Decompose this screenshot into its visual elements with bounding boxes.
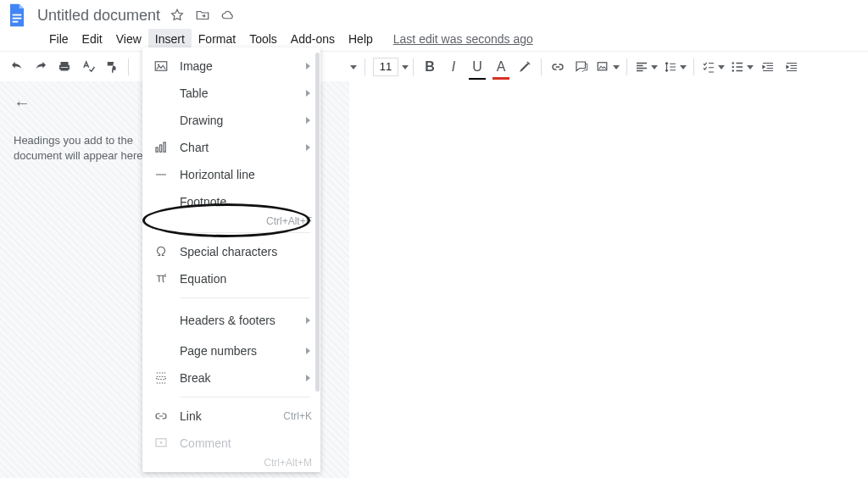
- insert-comment-button[interactable]: [571, 57, 592, 77]
- menu-separator: [180, 232, 310, 233]
- menu-item-image[interactable]: Image: [142, 53, 320, 80]
- svg-rect-0: [13, 14, 22, 16]
- break-icon: [153, 370, 170, 386]
- svg-rect-3: [598, 63, 607, 70]
- menu-item-comment: Comment: [142, 430, 320, 457]
- workspace: ← Headings you add to the document will …: [0, 81, 868, 478]
- back-arrow-icon[interactable]: ←: [14, 93, 158, 113]
- toolbar-separator: [413, 58, 414, 75]
- menu-item-label: Footnote: [180, 195, 226, 208]
- redo-button[interactable]: [31, 57, 51, 77]
- menu-format[interactable]: Format: [192, 29, 242, 49]
- footnote-icon: [153, 193, 170, 210]
- dropdown-scrollbar[interactable]: [315, 53, 320, 472]
- toolbar-separator: [626, 58, 627, 75]
- paint-format-button[interactable]: [102, 57, 122, 77]
- font-size-control[interactable]: 11: [370, 58, 409, 76]
- svg-point-6: [732, 69, 734, 71]
- menu-item-headers-footers[interactable]: Headers & footers: [142, 303, 320, 337]
- submenu-arrow-icon: [306, 90, 310, 97]
- shortcut-label: Ctrl+Alt+F: [266, 215, 312, 227]
- submenu-arrow-icon: [306, 375, 310, 381]
- menu-item-label: Special characters: [180, 245, 277, 258]
- move-folder-icon[interactable]: [194, 7, 211, 24]
- menu-item-label: Drawing: [180, 114, 223, 127]
- outline-hint: Headings you add to the document will ap…: [14, 133, 158, 164]
- menu-separator: [180, 397, 310, 397]
- link-icon: [153, 408, 170, 425]
- shortcut-label: Ctrl+K: [283, 410, 312, 422]
- chevron-down-icon: [680, 65, 687, 69]
- menu-item-label: Break: [180, 371, 211, 385]
- drawing-icon: [153, 112, 170, 129]
- menu-item-label: Link: [180, 409, 202, 423]
- table-icon: [153, 85, 170, 102]
- svg-rect-10: [160, 145, 162, 152]
- font-size-value[interactable]: 11: [373, 58, 398, 76]
- text-color-button[interactable]: A: [491, 57, 511, 77]
- menu-item-label: Table: [180, 86, 208, 100]
- decrease-indent-button[interactable]: [758, 57, 778, 77]
- svg-rect-1: [13, 18, 22, 19]
- menu-bar: File Edit View Insert Format Tools Add-o…: [0, 27, 868, 51]
- bold-button[interactable]: B: [420, 57, 440, 77]
- menu-tools[interactable]: Tools: [242, 29, 284, 49]
- menu-item-table[interactable]: Table: [142, 80, 320, 107]
- pi-icon: 2: [153, 270, 170, 287]
- highlight-button[interactable]: [515, 57, 535, 77]
- cloud-status-icon[interactable]: [220, 7, 236, 24]
- menu-file[interactable]: File: [42, 29, 75, 49]
- document-title[interactable]: Untitled document: [37, 7, 160, 25]
- star-icon[interactable]: [169, 7, 186, 24]
- print-button[interactable]: [54, 57, 75, 77]
- insert-dropdown: Image Table Drawing Chart Horizontal lin…: [142, 47, 320, 472]
- svg-point-5: [732, 66, 734, 68]
- menu-addons[interactable]: Add-ons: [284, 29, 342, 49]
- document-canvas[interactable]: [349, 81, 868, 478]
- menu-view[interactable]: View: [109, 29, 148, 49]
- toolbar-separator: [541, 58, 542, 75]
- undo-button[interactable]: [7, 57, 27, 77]
- submenu-arrow-icon: [306, 63, 310, 69]
- insert-image-button[interactable]: [595, 57, 620, 77]
- omega-icon: [153, 243, 170, 260]
- italic-button[interactable]: I: [443, 57, 464, 77]
- menu-item-label: Comment: [180, 436, 231, 450]
- submenu-arrow-icon: [306, 317, 310, 324]
- svg-rect-9: [156, 147, 158, 152]
- chevron-down-icon: [613, 65, 620, 69]
- line-spacing-button[interactable]: [662, 57, 687, 77]
- svg-point-4: [732, 62, 734, 64]
- toolbar: 11 B I U A: [0, 51, 868, 83]
- menu-edit[interactable]: Edit: [75, 29, 109, 49]
- menu-item-label: Horizontal line: [180, 168, 255, 181]
- checklist-button[interactable]: [700, 57, 726, 77]
- toolbar-separator: [128, 58, 129, 75]
- menu-item-break[interactable]: Break: [142, 364, 320, 392]
- menu-help[interactable]: Help: [342, 29, 380, 49]
- menu-item-horizontal-line[interactable]: Horizontal line: [142, 161, 320, 188]
- submenu-arrow-icon: [306, 347, 310, 354]
- menu-item-drawing[interactable]: Drawing: [142, 107, 320, 134]
- menu-insert[interactable]: Insert: [148, 29, 192, 49]
- menu-item-page-numbers[interactable]: Page numbers: [142, 337, 320, 364]
- bulleted-list-button[interactable]: [729, 57, 754, 77]
- menu-item-special-characters[interactable]: Special characters: [142, 238, 320, 265]
- menu-separator: [180, 297, 310, 298]
- chart-icon: [153, 139, 170, 156]
- menu-item-label: Chart: [180, 141, 209, 154]
- increase-indent-button[interactable]: [782, 57, 802, 77]
- headers-footers-icon: [153, 312, 170, 329]
- underline-button[interactable]: U: [467, 57, 487, 77]
- last-edit-link[interactable]: Last edit was seconds ago: [393, 32, 533, 46]
- spellcheck-button[interactable]: [78, 57, 98, 77]
- menu-item-equation[interactable]: 2 Equation: [142, 265, 320, 292]
- shortcut-label: Ctrl+Alt+M: [264, 457, 312, 469]
- align-button[interactable]: [633, 57, 659, 77]
- menu-item-chart[interactable]: Chart: [142, 134, 320, 161]
- docs-logo[interactable]: [0, 0, 34, 32]
- menu-item-footnote[interactable]: Footnote: [142, 188, 320, 215]
- menu-item-link[interactable]: Link Ctrl+K: [142, 403, 320, 430]
- insert-link-button[interactable]: [548, 57, 568, 77]
- svg-rect-2: [13, 21, 19, 23]
